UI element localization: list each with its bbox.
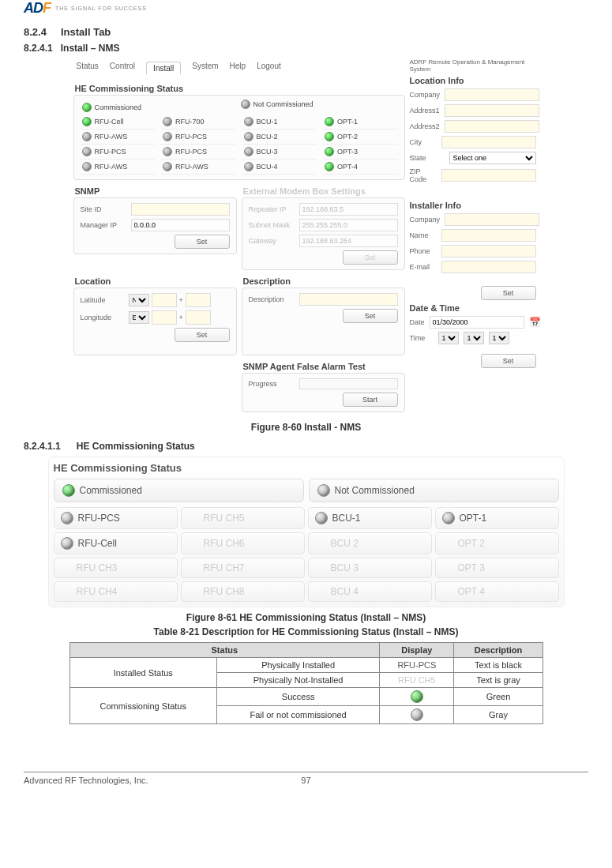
hecs-cell: RFU CH3 (54, 558, 178, 578)
menu-logout[interactable]: Logout (257, 62, 281, 74)
logo-tagline: THE SIGNAL FOR SUCCESS (55, 6, 147, 11)
desc-cell: Text is black (454, 658, 543, 673)
display-cell (380, 706, 454, 724)
subnet-input (299, 219, 398, 231)
desc-set-button[interactable]: Set (343, 309, 398, 323)
cell-label: RFU CH7 (204, 562, 245, 573)
hecs-cell: OPT 3 (435, 558, 559, 578)
snmp-panel: Site ID Manager IP Set (73, 197, 237, 254)
loc-set-button[interactable]: Set (175, 328, 230, 342)
hecs-panel: Commissioned Not Commissioned RFU-CellRF… (73, 95, 405, 180)
dt-set-button[interactable]: Set (481, 354, 536, 368)
figure-install-nms: Status Control Install System Help Logou… (24, 58, 588, 417)
commissioned-label: Commissioned (80, 485, 142, 496)
hecs-cell: OPT-1 (435, 507, 559, 529)
cell-label: RFU CH5 (204, 513, 245, 524)
heading-8-2-4-1: 8.2.4.1 Install – NMS (24, 43, 588, 54)
cell-label: OPT 4 (458, 586, 485, 597)
heading-8-2-4: 8.2.4 Install Tab (24, 26, 588, 38)
cell-label: RFU-AWS (95, 133, 128, 141)
progress-bar (299, 378, 398, 389)
desc-input[interactable] (299, 293, 398, 306)
date-input[interactable] (430, 316, 524, 329)
hecs-cell: RFU-PCS (161, 145, 236, 160)
lon-min-input[interactable] (186, 310, 211, 325)
hecs-cell: RFU-AWS (161, 160, 236, 175)
commissioned-header: Commissioned (54, 479, 304, 502)
heading-8-2-4-1-1: 8.2.4.1.1 HE Commissioning Status (24, 441, 588, 452)
alarm-title: SNMP Agent False Alarm Test (243, 362, 405, 371)
group-cell: Installed Status (69, 658, 217, 688)
info-set-button[interactable]: Set (481, 286, 536, 300)
snmp-set-button[interactable]: Set (175, 235, 230, 249)
hecs-cell: OPT 4 (435, 581, 559, 602)
subnet-label: Subnet Mask (249, 221, 295, 229)
lat-deg-input[interactable] (152, 293, 177, 307)
lon-deg-input[interactable] (152, 310, 177, 325)
mgr-ip-input[interactable] (131, 219, 230, 231)
hecs-cell: RFU-PCS (161, 130, 236, 145)
repeater-ip-label: Repeater IP (249, 205, 295, 213)
field-label: Name (410, 231, 437, 239)
hecs-cell: BCU 2 (308, 532, 432, 554)
text-input[interactable] (445, 213, 539, 226)
menu-install[interactable]: Install (146, 62, 181, 74)
time-m-select[interactable]: 19 (464, 332, 484, 344)
hecs-cell: RFU-Cell (81, 115, 156, 130)
led-icon (163, 117, 172, 126)
menu-status[interactable]: Status (77, 62, 99, 74)
logo: ADF THE SIGNAL FOR SUCCESS (24, 0, 588, 17)
hecs-cell: RFU CH6 (181, 532, 305, 554)
hecs-cell: RFU-Cell (54, 532, 178, 554)
state-select[interactable]: Select one (449, 152, 536, 164)
hecs-cell: RFU CH5 (181, 507, 305, 529)
text-input[interactable] (441, 261, 536, 273)
hecs-cell: RFU-700 (161, 115, 236, 130)
footer-company: Advanced RF Technologies, Inc. (24, 776, 212, 785)
progress-label: Progress (249, 380, 295, 388)
ext-set-button: Set (343, 250, 398, 265)
lon-ew-select[interactable]: E (129, 311, 149, 324)
text-input[interactable] (441, 245, 536, 257)
time-h-select[interactable]: 15 (438, 332, 459, 344)
plus-icon: + (179, 314, 183, 321)
ext-panel: Repeater IP Subnet Mask Gateway Set (242, 197, 405, 270)
desc-label: Description (249, 295, 295, 303)
field-label: City (410, 138, 437, 146)
logo-text: ADF (24, 0, 51, 17)
cell-label: OPT-1 (460, 513, 487, 524)
hecs-cell: BCU-4 (242, 160, 317, 175)
text-input[interactable] (441, 136, 536, 148)
hecs-cell: BCU-1 (308, 507, 432, 529)
text-input[interactable] (445, 104, 539, 117)
site-id-input[interactable] (131, 203, 230, 216)
display-cell: RFU-PCS (380, 658, 454, 673)
start-button[interactable]: Start (343, 393, 398, 407)
led-icon (317, 484, 330, 497)
sub-cell: Fail or not commissioned (217, 706, 380, 724)
hecs-cell: OPT-4 (323, 160, 398, 175)
led-icon (82, 147, 92, 156)
footer-page: 97 (212, 776, 400, 785)
lat-min-input[interactable] (186, 293, 211, 307)
hecs-cell: RFU CH4 (54, 581, 178, 602)
hecs-cell: BCU 4 (308, 581, 432, 602)
text-input[interactable] (445, 120, 539, 133)
field-label: State (410, 154, 445, 162)
heading-num: 8.2.4 (24, 26, 47, 38)
menu-control[interactable]: Control (110, 62, 135, 74)
menu-system[interactable]: System (192, 62, 218, 74)
time-s-select[interactable]: 13 (489, 332, 509, 344)
figure-hecs: HE Commissioning Status Commissioned Not… (48, 457, 565, 607)
not-commissioned-label: Not Commissioned (335, 485, 415, 496)
led-icon (163, 132, 172, 141)
desc-cell: Green (454, 688, 543, 706)
menu-help[interactable]: Help (230, 62, 246, 74)
lat-ns-select[interactable]: N (129, 294, 149, 306)
calendar-icon[interactable]: 📅 (529, 317, 541, 328)
text-input[interactable] (441, 169, 536, 182)
text-input[interactable] (441, 229, 536, 242)
desc-panel: Description Set (242, 287, 405, 355)
cell-label: RFU CH6 (204, 538, 245, 549)
text-input[interactable] (445, 88, 539, 101)
